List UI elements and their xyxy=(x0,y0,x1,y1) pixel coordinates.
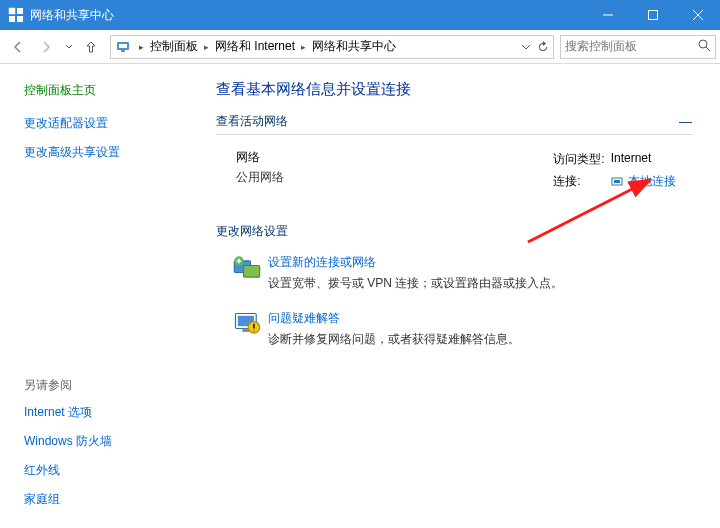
maximize-button[interactable] xyxy=(630,0,675,30)
network-center-icon xyxy=(115,39,131,55)
search-icon xyxy=(698,39,711,55)
sidebar-title: 控制面板主页 xyxy=(24,82,192,99)
connection-link[interactable]: 本地连接 xyxy=(628,174,676,188)
svg-rect-14 xyxy=(614,180,620,183)
svg-rect-10 xyxy=(121,50,125,52)
svg-rect-3 xyxy=(17,16,23,22)
sidebar-link-sharing[interactable]: 更改高级共享设置 xyxy=(24,144,192,161)
chevron-right-icon[interactable]: ▸ xyxy=(297,42,310,52)
see-also-infrared[interactable]: 红外线 xyxy=(24,462,192,479)
active-networks-header: 查看活动网络 — xyxy=(216,113,692,135)
search-input[interactable]: 搜索控制面板 xyxy=(560,35,716,59)
network-type: 公用网络 xyxy=(236,169,284,186)
ethernet-icon xyxy=(611,175,623,187)
access-type-value: Internet xyxy=(611,151,680,171)
change-settings-header: 更改网络设置 xyxy=(216,223,692,240)
see-also-homegroup[interactable]: 家庭组 xyxy=(24,491,192,508)
collapse-icon[interactable]: — xyxy=(679,114,692,129)
access-type-label: 访问类型: xyxy=(553,151,608,171)
back-button[interactable] xyxy=(4,33,32,61)
chevron-right-icon[interactable]: ▸ xyxy=(135,42,148,52)
search-placeholder: 搜索控制面板 xyxy=(565,38,637,55)
svg-rect-2 xyxy=(9,16,15,22)
main-panel: 查看基本网络信息并设置连接 查看活动网络 — 网络 公用网络 访问类型: Int… xyxy=(200,64,720,528)
see-also-header: 另请参阅 xyxy=(24,377,192,394)
active-network-row: 网络 公用网络 访问类型: Internet 连接: xyxy=(216,149,692,195)
connection-label: 连接: xyxy=(553,173,608,193)
svg-rect-1 xyxy=(17,8,23,14)
history-dropdown[interactable] xyxy=(60,33,78,61)
action-new-connection: 设置新的连接或网络 设置宽带、拨号或 VPN 连接；或设置路由器或接入点。 xyxy=(232,254,692,292)
app-icon xyxy=(8,7,24,23)
breadcrumb[interactable]: 网络和共享中心 xyxy=(310,38,398,55)
action-desc: 设置宽带、拨号或 VPN 连接；或设置路由器或接入点。 xyxy=(268,275,563,292)
titlebar-title: 网络和共享中心 xyxy=(30,7,585,24)
forward-button[interactable] xyxy=(32,33,60,61)
new-connection-icon xyxy=(232,254,262,280)
see-also-firewall[interactable]: Windows 防火墙 xyxy=(24,433,192,450)
action-link[interactable]: 问题疑难解答 xyxy=(268,310,520,327)
svg-rect-9 xyxy=(119,44,127,48)
see-also-internet-options[interactable]: Internet 选项 xyxy=(24,404,192,421)
sidebar-link-adapter[interactable]: 更改适配器设置 xyxy=(24,115,192,132)
troubleshoot-icon xyxy=(232,310,262,336)
svg-rect-16 xyxy=(244,266,260,278)
content: 控制面板主页 更改适配器设置 更改高级共享设置 另请参阅 Internet 选项… xyxy=(0,64,720,528)
network-name: 网络 xyxy=(236,149,284,166)
chevron-down-icon[interactable] xyxy=(521,42,531,52)
action-troubleshoot: 问题疑难解答 诊断并修复网络问题，或者获得疑难解答信息。 xyxy=(232,310,692,348)
toolbar: ▸ 控制面板 ▸ 网络和 Internet ▸ 网络和共享中心 搜索控制面板 xyxy=(0,30,720,64)
close-button[interactable] xyxy=(675,0,720,30)
svg-line-12 xyxy=(706,47,710,51)
breadcrumb[interactable]: 控制面板 xyxy=(148,38,200,55)
svg-point-11 xyxy=(699,40,707,48)
sidebar: 控制面板主页 更改适配器设置 更改高级共享设置 另请参阅 Internet 选项… xyxy=(0,64,200,528)
page-title: 查看基本网络信息并设置连接 xyxy=(216,80,692,99)
address-bar[interactable]: ▸ 控制面板 ▸ 网络和 Internet ▸ 网络和共享中心 xyxy=(110,35,554,59)
refresh-icon[interactable] xyxy=(537,41,549,53)
titlebar: 网络和共享中心 xyxy=(0,0,720,30)
chevron-right-icon[interactable]: ▸ xyxy=(200,42,213,52)
svg-rect-5 xyxy=(648,11,657,20)
action-link[interactable]: 设置新的连接或网络 xyxy=(268,254,563,271)
up-button[interactable] xyxy=(78,34,104,60)
breadcrumb[interactable]: 网络和 Internet xyxy=(213,38,297,55)
svg-rect-0 xyxy=(9,8,15,14)
minimize-button[interactable] xyxy=(585,0,630,30)
action-desc: 诊断并修复网络问题，或者获得疑难解答信息。 xyxy=(268,331,520,348)
